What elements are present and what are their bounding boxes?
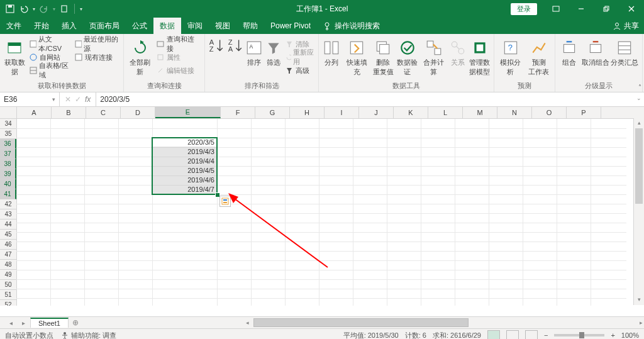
confirm-icon[interactable]: ✓ xyxy=(75,95,81,104)
col-header-M[interactable]: M xyxy=(463,107,497,118)
flash-fill[interactable]: 快速填充 xyxy=(343,35,370,77)
row-header[interactable]: 45 xyxy=(0,230,16,240)
menu-帮助[interactable]: 帮助 xyxy=(236,18,264,34)
group-button[interactable]: 组合 xyxy=(558,35,580,67)
row-header[interactable]: 46 xyxy=(0,240,16,250)
cell-value[interactable]: 2019/4/6 xyxy=(152,175,217,185)
save-icon[interactable] xyxy=(5,4,15,14)
close-icon[interactable] xyxy=(619,0,644,18)
cancel-icon[interactable]: ✕ xyxy=(65,95,71,104)
filter-button[interactable]: 筛选 xyxy=(264,35,282,67)
text-to-columns[interactable]: 分列 xyxy=(321,35,342,67)
fx-icon[interactable]: fx xyxy=(85,95,91,104)
zoom-slider[interactable] xyxy=(554,334,604,336)
zoom-in-icon[interactable]: + xyxy=(611,331,614,339)
consolidate[interactable]: 合并计算 xyxy=(420,35,447,77)
col-header-B[interactable]: B xyxy=(52,107,86,118)
menu-视图[interactable]: 视图 xyxy=(209,18,236,34)
menu-插入[interactable]: 插入 xyxy=(55,18,83,34)
collapse-ribbon-icon[interactable]: ˄ xyxy=(638,84,641,91)
ungroup-button[interactable]: 取消组合 xyxy=(582,35,609,67)
col-header-C[interactable]: C xyxy=(86,107,121,118)
col-header-P[interactable]: P xyxy=(567,107,601,118)
row-header[interactable]: 41 xyxy=(0,189,16,199)
sort-za-button[interactable]: ZA xyxy=(226,35,244,52)
forecast-sheet[interactable]: 预测 工作表 xyxy=(525,35,552,77)
col-header-H[interactable]: H xyxy=(290,107,325,118)
row-header[interactable]: 44 xyxy=(0,220,16,230)
existing-connections[interactable]: 现有连接 xyxy=(73,51,121,64)
col-header-F[interactable]: F xyxy=(221,107,255,118)
row-header[interactable]: 37 xyxy=(0,149,16,159)
col-header-J[interactable]: J xyxy=(359,107,394,118)
sort-button[interactable]: A排序 xyxy=(245,35,263,67)
zoom-level[interactable]: 100% xyxy=(621,331,639,339)
data-validation[interactable]: 数据验 证 xyxy=(396,35,419,77)
cell-value[interactable]: 2020/3/5 xyxy=(152,138,217,147)
menu-开始[interactable]: 开始 xyxy=(28,18,55,34)
row-header[interactable]: 34 xyxy=(0,119,16,129)
col-header-E[interactable]: E xyxy=(155,107,221,118)
col-header-A[interactable]: A xyxy=(17,107,52,118)
queries-connections[interactable]: 查询和连接 xyxy=(155,38,202,50)
col-header-K[interactable]: K xyxy=(394,107,428,118)
cell-value[interactable]: 2019/4/5 xyxy=(152,166,217,175)
row-header[interactable]: 36 xyxy=(0,139,16,149)
undo-icon[interactable] xyxy=(19,4,29,14)
menu-Power Pivot[interactable]: Power Pivot xyxy=(264,18,317,34)
redo-icon[interactable] xyxy=(39,4,49,14)
tab-nav-next-icon[interactable]: ▸ xyxy=(18,320,29,326)
row-header[interactable]: 48 xyxy=(0,260,16,270)
restore-icon[interactable] xyxy=(594,0,619,18)
ribbon-display-icon[interactable] xyxy=(543,0,569,18)
tell-me[interactable]: 操作说明搜索 xyxy=(317,18,386,34)
remove-duplicates[interactable]: 删除 重复值 xyxy=(372,35,395,77)
menu-审阅[interactable]: 审阅 xyxy=(181,18,209,34)
zoom-out-icon[interactable]: − xyxy=(544,331,548,339)
row-header[interactable]: 42 xyxy=(0,199,16,209)
menu-页面布局[interactable]: 页面布局 xyxy=(83,18,126,34)
row-header[interactable]: 51 xyxy=(0,290,16,300)
col-header-I[interactable]: I xyxy=(325,107,359,118)
get-data-button[interactable]: 获取数 据 xyxy=(3,35,26,77)
share-button[interactable]: 共享 xyxy=(624,21,639,31)
row-header[interactable]: 50 xyxy=(0,280,16,290)
normal-view-icon[interactable] xyxy=(487,330,500,339)
select-all-corner[interactable] xyxy=(0,107,17,118)
col-header-L[interactable]: L xyxy=(428,107,463,118)
row-header[interactable]: 47 xyxy=(0,250,16,260)
col-header-N[interactable]: N xyxy=(497,107,532,118)
auto-fill-options-icon[interactable] xyxy=(219,196,231,207)
row-header[interactable]: 38 xyxy=(0,159,16,169)
recent-sources[interactable]: 最近使用的源 xyxy=(73,38,121,50)
menu-数据[interactable]: 数据 xyxy=(153,18,181,34)
vertical-scrollbar[interactable]: ▴ ▾ xyxy=(633,118,644,305)
tab-nav-prev-icon[interactable]: ◂ xyxy=(5,320,16,326)
sheet-tab[interactable]: Sheet1 xyxy=(30,318,69,328)
col-header-O[interactable]: O xyxy=(532,107,567,118)
name-box[interactable]: E36▾ xyxy=(0,92,60,106)
subtotal-button[interactable]: 分类汇总 xyxy=(611,35,638,67)
refresh-all-button[interactable]: 全部刷 新 xyxy=(126,35,153,77)
cell-value[interactable]: 2019/4/7 xyxy=(152,185,217,194)
row-header[interactable]: 49 xyxy=(0,270,16,280)
data-model[interactable]: 管理数 据模型 xyxy=(468,35,491,77)
cell-value[interactable]: 2019/4/3 xyxy=(152,147,217,157)
horizontal-scrollbar[interactable]: ◂ ▸ xyxy=(245,317,644,328)
formula-input[interactable]: 2020/3/5 xyxy=(96,95,644,104)
touch-mode-icon[interactable] xyxy=(59,4,69,14)
menu-文件[interactable]: 文件 xyxy=(0,18,28,34)
col-header-D[interactable]: D xyxy=(121,107,155,118)
minimize-icon[interactable] xyxy=(569,0,594,18)
sort-az-button[interactable]: AZ xyxy=(208,35,225,52)
menu-公式[interactable]: 公式 xyxy=(126,18,153,34)
sign-in-button[interactable]: 登录 xyxy=(511,3,537,15)
row-header[interactable]: 39 xyxy=(0,169,16,179)
page-break-view-icon[interactable] xyxy=(525,330,538,339)
new-sheet-icon[interactable]: ⊕ xyxy=(70,318,81,327)
spreadsheet-grid[interactable]: ABCDEFGHIJKLMNOP 34353637383940414243444… xyxy=(0,107,644,316)
page-layout-view-icon[interactable] xyxy=(506,330,519,339)
row-header[interactable]: 43 xyxy=(0,209,16,220)
row-header[interactable]: 35 xyxy=(0,129,16,139)
expand-formula-bar-icon[interactable]: ⌄ xyxy=(636,95,641,101)
